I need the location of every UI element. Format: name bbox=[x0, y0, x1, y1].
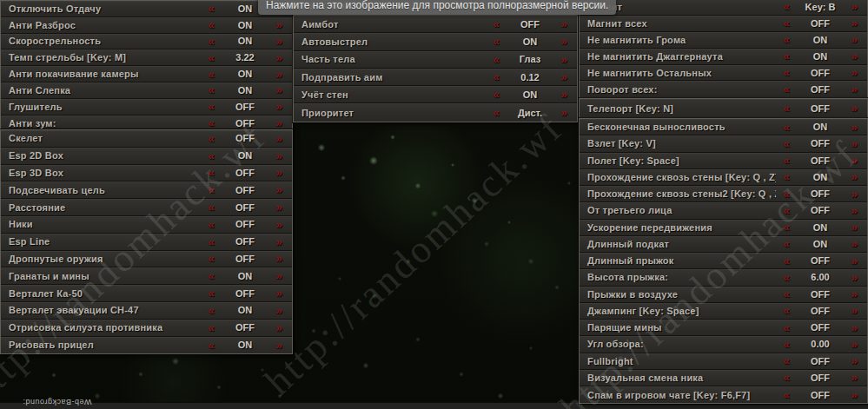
decrease-arrow-icon[interactable]: « bbox=[201, 150, 222, 162]
decrease-arrow-icon[interactable]: « bbox=[201, 322, 222, 333]
increase-arrow-icon[interactable]: » bbox=[268, 287, 289, 299]
increase-arrow-icon[interactable]: » bbox=[844, 102, 865, 114]
increase-arrow-icon[interactable]: » bbox=[553, 89, 574, 100]
decrease-arrow-icon[interactable]: « bbox=[776, 389, 797, 400]
increase-arrow-icon[interactable]: » bbox=[844, 272, 865, 283]
increase-arrow-icon[interactable]: » bbox=[268, 322, 289, 333]
decrease-arrow-icon[interactable]: « bbox=[201, 117, 222, 129]
decrease-arrow-icon[interactable]: « bbox=[776, 1, 797, 12]
increase-arrow-icon[interactable]: » bbox=[268, 253, 289, 264]
increase-arrow-icon[interactable]: » bbox=[268, 201, 289, 213]
increase-arrow-icon[interactable]: » bbox=[553, 71, 574, 82]
increase-arrow-icon[interactable]: » bbox=[844, 138, 865, 149]
increase-arrow-icon[interactable]: » bbox=[268, 117, 289, 129]
increase-arrow-icon[interactable]: » bbox=[553, 107, 574, 118]
increase-arrow-icon[interactable]: » bbox=[844, 322, 865, 333]
decrease-arrow-icon[interactable]: « bbox=[201, 69, 222, 80]
decrease-arrow-icon[interactable]: « bbox=[776, 171, 797, 182]
increase-arrow-icon[interactable]: » bbox=[844, 238, 865, 249]
increase-arrow-icon[interactable]: » bbox=[553, 18, 574, 30]
decrease-arrow-icon[interactable]: « bbox=[776, 305, 797, 316]
decrease-arrow-icon[interactable]: « bbox=[776, 339, 797, 350]
increase-arrow-icon[interactable]: » bbox=[844, 188, 865, 200]
decrease-arrow-icon[interactable]: « bbox=[776, 205, 797, 216]
decrease-arrow-icon[interactable]: « bbox=[776, 288, 797, 300]
decrease-arrow-icon[interactable]: « bbox=[201, 52, 222, 63]
decrease-arrow-icon[interactable]: « bbox=[201, 19, 222, 30]
decrease-arrow-icon[interactable]: « bbox=[776, 322, 797, 333]
increase-arrow-icon[interactable]: » bbox=[553, 36, 574, 47]
increase-arrow-icon[interactable]: » bbox=[844, 339, 865, 350]
decrease-arrow-icon[interactable]: « bbox=[201, 340, 222, 351]
increase-arrow-icon[interactable]: » bbox=[268, 101, 289, 112]
increase-arrow-icon[interactable]: » bbox=[268, 340, 289, 351]
decrease-arrow-icon[interactable]: « bbox=[201, 236, 222, 247]
increase-arrow-icon[interactable]: » bbox=[268, 167, 289, 178]
decrease-arrow-icon[interactable]: « bbox=[776, 83, 797, 95]
increase-arrow-icon[interactable]: » bbox=[844, 1, 865, 12]
increase-arrow-icon[interactable]: » bbox=[844, 171, 865, 182]
decrease-arrow-icon[interactable]: « bbox=[201, 253, 222, 264]
increase-arrow-icon[interactable]: » bbox=[268, 19, 289, 30]
increase-arrow-icon[interactable]: » bbox=[268, 52, 289, 63]
increase-arrow-icon[interactable]: » bbox=[268, 270, 289, 281]
increase-arrow-icon[interactable]: » bbox=[844, 50, 865, 62]
increase-arrow-icon[interactable]: » bbox=[844, 17, 865, 29]
increase-arrow-icon[interactable]: » bbox=[844, 305, 865, 316]
decrease-arrow-icon[interactable]: « bbox=[201, 270, 222, 281]
decrease-arrow-icon[interactable]: « bbox=[201, 36, 222, 47]
decrease-arrow-icon[interactable]: « bbox=[776, 272, 797, 283]
decrease-arrow-icon[interactable]: « bbox=[486, 36, 507, 47]
increase-arrow-icon[interactable]: » bbox=[844, 221, 865, 233]
decrease-arrow-icon[interactable]: « bbox=[486, 107, 507, 118]
increase-arrow-icon[interactable]: » bbox=[553, 54, 574, 65]
increase-arrow-icon[interactable]: » bbox=[268, 36, 289, 47]
decrease-arrow-icon[interactable]: « bbox=[776, 17, 797, 29]
increase-arrow-icon[interactable]: » bbox=[268, 184, 289, 195]
decrease-arrow-icon[interactable]: « bbox=[201, 219, 222, 230]
decrease-arrow-icon[interactable]: « bbox=[201, 133, 222, 144]
increase-arrow-icon[interactable]: » bbox=[844, 372, 865, 383]
decrease-arrow-icon[interactable]: « bbox=[486, 71, 507, 82]
increase-arrow-icon[interactable]: » bbox=[268, 219, 289, 230]
decrease-arrow-icon[interactable]: « bbox=[201, 101, 222, 112]
increase-arrow-icon[interactable]: » bbox=[268, 84, 289, 96]
decrease-arrow-icon[interactable]: « bbox=[776, 221, 797, 233]
decrease-arrow-icon[interactable]: « bbox=[776, 138, 797, 149]
decrease-arrow-icon[interactable]: « bbox=[776, 50, 797, 62]
decrease-arrow-icon[interactable]: « bbox=[486, 18, 507, 30]
increase-arrow-icon[interactable]: » bbox=[844, 83, 865, 95]
decrease-arrow-icon[interactable]: « bbox=[776, 255, 797, 267]
decrease-arrow-icon[interactable]: « bbox=[776, 355, 797, 366]
increase-arrow-icon[interactable]: » bbox=[844, 255, 865, 267]
increase-arrow-icon[interactable]: » bbox=[268, 305, 289, 316]
decrease-arrow-icon[interactable]: « bbox=[776, 372, 797, 383]
increase-arrow-icon[interactable]: » bbox=[844, 34, 865, 45]
decrease-arrow-icon[interactable]: « bbox=[776, 238, 797, 249]
increase-arrow-icon[interactable]: » bbox=[844, 288, 865, 300]
increase-arrow-icon[interactable]: » bbox=[268, 69, 289, 80]
increase-arrow-icon[interactable]: » bbox=[844, 155, 865, 166]
increase-arrow-icon[interactable]: » bbox=[268, 236, 289, 247]
decrease-arrow-icon[interactable]: « bbox=[776, 34, 797, 45]
decrease-arrow-icon[interactable]: « bbox=[776, 188, 797, 200]
increase-arrow-icon[interactable]: » bbox=[844, 122, 865, 133]
increase-arrow-icon[interactable]: » bbox=[844, 355, 865, 366]
decrease-arrow-icon[interactable]: « bbox=[201, 184, 222, 195]
decrease-arrow-icon[interactable]: « bbox=[776, 122, 797, 133]
decrease-arrow-icon[interactable]: « bbox=[201, 3, 222, 14]
decrease-arrow-icon[interactable]: « bbox=[486, 89, 507, 100]
increase-arrow-icon[interactable]: » bbox=[844, 67, 865, 78]
increase-arrow-icon[interactable]: » bbox=[844, 389, 865, 400]
increase-arrow-icon[interactable]: » bbox=[268, 150, 289, 162]
increase-arrow-icon[interactable]: » bbox=[844, 205, 865, 216]
decrease-arrow-icon[interactable]: « bbox=[776, 67, 797, 78]
decrease-arrow-icon[interactable]: « bbox=[486, 54, 507, 65]
decrease-arrow-icon[interactable]: « bbox=[201, 305, 222, 316]
decrease-arrow-icon[interactable]: « bbox=[776, 102, 797, 114]
decrease-arrow-icon[interactable]: « bbox=[201, 167, 222, 178]
decrease-arrow-icon[interactable]: « bbox=[201, 84, 222, 96]
decrease-arrow-icon[interactable]: « bbox=[201, 201, 222, 213]
decrease-arrow-icon[interactable]: « bbox=[201, 287, 222, 299]
increase-arrow-icon[interactable]: » bbox=[268, 133, 289, 144]
